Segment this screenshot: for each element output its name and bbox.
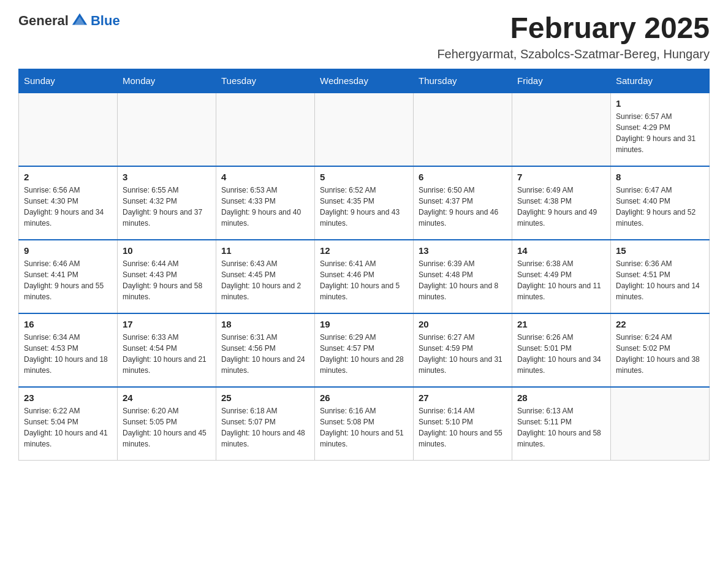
day-info: Sunrise: 6:20 AMSunset: 5:05 PMDaylight:… <box>123 405 211 450</box>
calendar-cell: 21Sunrise: 6:26 AMSunset: 5:01 PMDayligh… <box>512 313 611 387</box>
day-info: Sunrise: 6:53 AMSunset: 4:33 PMDaylight:… <box>221 185 309 229</box>
day-number: 15 <box>616 245 704 256</box>
day-info: Sunrise: 6:13 AMSunset: 5:11 PMDaylight:… <box>517 405 605 450</box>
weekday-header-row: SundayMondayTuesdayWednesdayThursdayFrid… <box>19 69 710 93</box>
calendar-cell: 13Sunrise: 6:39 AMSunset: 4:48 PMDayligh… <box>414 240 512 313</box>
calendar-cell: 16Sunrise: 6:34 AMSunset: 4:53 PMDayligh… <box>19 313 118 387</box>
day-number: 17 <box>123 319 211 329</box>
day-number: 5 <box>320 172 408 182</box>
day-info: Sunrise: 6:50 AMSunset: 4:37 PMDaylight:… <box>419 185 507 229</box>
day-info: Sunrise: 6:16 AMSunset: 5:08 PMDaylight:… <box>320 405 408 450</box>
location-title: Fehergyarmat, Szabolcs-Szatmar-Bereg, Hu… <box>437 47 710 61</box>
calendar-row-1: 2Sunrise: 6:56 AMSunset: 4:30 PMDaylight… <box>19 166 710 240</box>
day-number: 12 <box>320 245 408 256</box>
day-info: Sunrise: 6:57 AMSunset: 4:29 PMDaylight:… <box>616 111 704 155</box>
day-info: Sunrise: 6:49 AMSunset: 4:38 PMDaylight:… <box>517 185 605 229</box>
weekday-header-tuesday: Tuesday <box>216 69 315 93</box>
day-number: 21 <box>517 319 605 329</box>
calendar-row-2: 9Sunrise: 6:46 AMSunset: 4:41 PMDaylight… <box>19 240 710 313</box>
day-info: Sunrise: 6:36 AMSunset: 4:51 PMDaylight:… <box>616 258 704 302</box>
day-info: Sunrise: 6:46 AMSunset: 4:41 PMDaylight:… <box>24 258 112 302</box>
day-info: Sunrise: 6:56 AMSunset: 4:30 PMDaylight:… <box>24 185 112 229</box>
day-number: 9 <box>24 245 112 256</box>
day-info: Sunrise: 6:24 AMSunset: 5:02 PMDaylight:… <box>616 332 704 376</box>
calendar-cell: 10Sunrise: 6:44 AMSunset: 4:43 PMDayligh… <box>118 240 216 313</box>
calendar-cell: 8Sunrise: 6:47 AMSunset: 4:40 PMDaylight… <box>611 166 710 240</box>
calendar-cell: 23Sunrise: 6:22 AMSunset: 5:04 PMDayligh… <box>19 387 118 461</box>
day-number: 7 <box>517 172 605 182</box>
day-number: 28 <box>517 393 605 403</box>
day-info: Sunrise: 6:41 AMSunset: 4:46 PMDaylight:… <box>320 258 408 302</box>
weekday-header-wednesday: Wednesday <box>315 69 414 93</box>
calendar-cell: 6Sunrise: 6:50 AMSunset: 4:37 PMDaylight… <box>414 166 512 240</box>
day-number: 13 <box>419 245 507 256</box>
day-number: 22 <box>616 319 704 329</box>
calendar-cell: 9Sunrise: 6:46 AMSunset: 4:41 PMDaylight… <box>19 240 118 313</box>
day-info: Sunrise: 6:29 AMSunset: 4:57 PMDaylight:… <box>320 332 408 376</box>
logo-icon <box>71 11 88 28</box>
day-info: Sunrise: 6:18 AMSunset: 5:07 PMDaylight:… <box>221 405 309 450</box>
calendar-cell: 27Sunrise: 6:14 AMSunset: 5:10 PMDayligh… <box>414 387 512 461</box>
weekday-header-monday: Monday <box>118 69 216 93</box>
day-number: 8 <box>616 172 704 182</box>
calendar-cell <box>216 93 315 166</box>
calendar-cell: 24Sunrise: 6:20 AMSunset: 5:05 PMDayligh… <box>118 387 216 461</box>
day-number: 2 <box>24 172 112 182</box>
day-info: Sunrise: 6:27 AMSunset: 4:59 PMDaylight:… <box>419 332 507 376</box>
calendar-cell: 2Sunrise: 6:56 AMSunset: 4:30 PMDaylight… <box>19 166 118 240</box>
calendar-table: SundayMondayTuesdayWednesdayThursdayFrid… <box>18 69 710 461</box>
calendar-cell: 28Sunrise: 6:13 AMSunset: 5:11 PMDayligh… <box>512 387 611 461</box>
calendar-cell: 26Sunrise: 6:16 AMSunset: 5:08 PMDayligh… <box>315 387 414 461</box>
calendar-cell <box>512 93 611 166</box>
day-number: 6 <box>419 172 507 182</box>
day-number: 24 <box>123 393 211 403</box>
calendar-cell: 15Sunrise: 6:36 AMSunset: 4:51 PMDayligh… <box>611 240 710 313</box>
calendar-cell: 5Sunrise: 6:52 AMSunset: 4:35 PMDaylight… <box>315 166 414 240</box>
day-number: 1 <box>616 98 704 109</box>
title-block: February 2025 Fehergyarmat, Szabolcs-Sza… <box>437 12 710 61</box>
day-info: Sunrise: 6:44 AMSunset: 4:43 PMDaylight:… <box>123 258 211 302</box>
day-info: Sunrise: 6:52 AMSunset: 4:35 PMDaylight:… <box>320 185 408 229</box>
weekday-header-thursday: Thursday <box>414 69 512 93</box>
calendar-cell: 4Sunrise: 6:53 AMSunset: 4:33 PMDaylight… <box>216 166 315 240</box>
calendar-cell: 22Sunrise: 6:24 AMSunset: 5:02 PMDayligh… <box>611 313 710 387</box>
day-number: 27 <box>419 393 507 403</box>
logo-text-blue: Blue <box>91 13 120 29</box>
calendar-cell: 3Sunrise: 6:55 AMSunset: 4:32 PMDaylight… <box>118 166 216 240</box>
day-number: 3 <box>123 172 211 182</box>
calendar-cell <box>118 93 216 166</box>
day-number: 26 <box>320 393 408 403</box>
calendar-cell: 18Sunrise: 6:31 AMSunset: 4:56 PMDayligh… <box>216 313 315 387</box>
day-number: 20 <box>419 319 507 329</box>
day-info: Sunrise: 6:39 AMSunset: 4:48 PMDaylight:… <box>419 258 507 302</box>
calendar-cell: 11Sunrise: 6:43 AMSunset: 4:45 PMDayligh… <box>216 240 315 313</box>
day-info: Sunrise: 6:26 AMSunset: 5:01 PMDaylight:… <box>517 332 605 376</box>
calendar-cell <box>611 387 710 461</box>
day-info: Sunrise: 6:55 AMSunset: 4:32 PMDaylight:… <box>123 185 211 229</box>
calendar-cell: 1Sunrise: 6:57 AMSunset: 4:29 PMDaylight… <box>611 93 710 166</box>
weekday-header-sunday: Sunday <box>19 69 118 93</box>
calendar-cell: 19Sunrise: 6:29 AMSunset: 4:57 PMDayligh… <box>315 313 414 387</box>
day-number: 25 <box>221 393 309 403</box>
day-number: 18 <box>221 319 309 329</box>
calendar-row-3: 16Sunrise: 6:34 AMSunset: 4:53 PMDayligh… <box>19 313 710 387</box>
calendar-cell: 17Sunrise: 6:33 AMSunset: 4:54 PMDayligh… <box>118 313 216 387</box>
day-info: Sunrise: 6:31 AMSunset: 4:56 PMDaylight:… <box>221 332 309 376</box>
day-info: Sunrise: 6:14 AMSunset: 5:10 PMDaylight:… <box>419 405 507 450</box>
calendar-cell <box>19 93 118 166</box>
day-info: Sunrise: 6:34 AMSunset: 4:53 PMDaylight:… <box>24 332 112 376</box>
calendar-cell: 14Sunrise: 6:38 AMSunset: 4:49 PMDayligh… <box>512 240 611 313</box>
day-info: Sunrise: 6:33 AMSunset: 4:54 PMDaylight:… <box>123 332 211 376</box>
day-info: Sunrise: 6:47 AMSunset: 4:40 PMDaylight:… <box>616 185 704 229</box>
month-title: February 2025 <box>437 12 710 45</box>
logo-text-general: General <box>18 13 69 29</box>
day-number: 11 <box>221 245 309 256</box>
logo: General Blue <box>18 12 120 29</box>
weekday-header-saturday: Saturday <box>611 69 710 93</box>
calendar-cell: 20Sunrise: 6:27 AMSunset: 4:59 PMDayligh… <box>414 313 512 387</box>
calendar-cell <box>414 93 512 166</box>
day-number: 23 <box>24 393 112 403</box>
calendar-cell: 25Sunrise: 6:18 AMSunset: 5:07 PMDayligh… <box>216 387 315 461</box>
day-number: 19 <box>320 319 408 329</box>
day-info: Sunrise: 6:43 AMSunset: 4:45 PMDaylight:… <box>221 258 309 302</box>
